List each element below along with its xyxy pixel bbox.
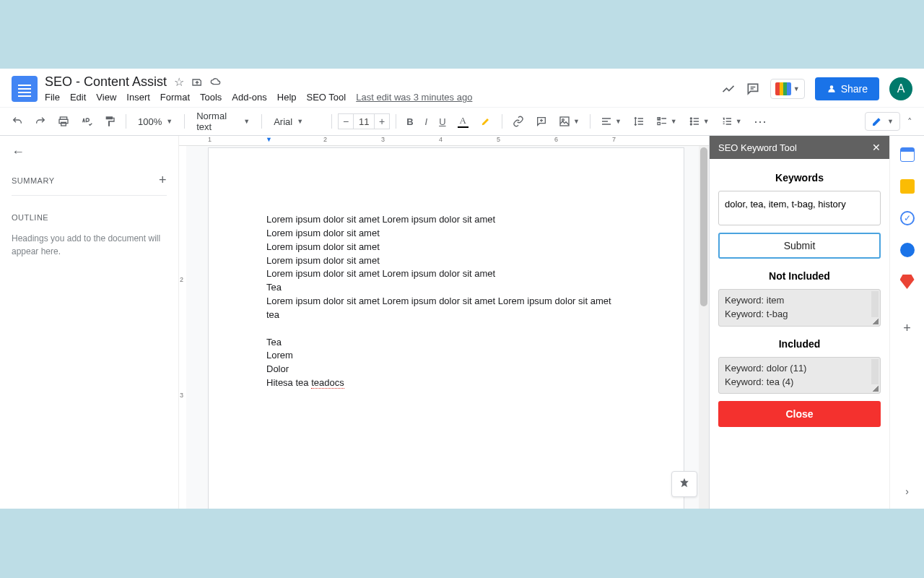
numbered-list-button[interactable]: ▼: [717, 113, 746, 130]
doc-line[interactable]: Tea: [266, 336, 626, 350]
fontsize-stepper: − 11 +: [338, 113, 390, 129]
account-avatar[interactable]: A: [889, 77, 912, 100]
bold-button[interactable]: B: [402, 113, 417, 130]
close-panel-button[interactable]: ✕: [872, 142, 881, 153]
not-included-results[interactable]: Keyword: item Keyword: t-bag: [718, 289, 881, 327]
document-canvas[interactable]: 1 ▼ 2 3 4 5 6 7 2 3 Lorem ipsum dolor si…: [179, 136, 709, 509]
insert-link-button[interactable]: [508, 113, 528, 130]
editing-mode-button[interactable]: ▼: [865, 112, 900, 131]
keywords-input[interactable]: [718, 191, 881, 225]
last-edit-link[interactable]: Last edit was 3 minutes ago: [356, 92, 472, 103]
fontsize-value[interactable]: 11: [354, 113, 374, 129]
doc-line[interactable]: Lorem ipsum dolor sit amet: [266, 227, 626, 241]
outline-back-button[interactable]: ←: [12, 144, 167, 160]
share-button[interactable]: Share: [815, 77, 879, 100]
insert-comment-button[interactable]: [531, 113, 552, 130]
submit-button[interactable]: Submit: [718, 233, 881, 259]
doc-line[interactable]: Lorem: [266, 349, 626, 363]
title-area: SEO - Content Assist ☆ File Edit View In…: [45, 74, 721, 103]
bulleted-list-button[interactable]: ▼: [684, 113, 714, 130]
included-results[interactable]: Keyword: dolor (11) Keyword: tea (4): [718, 357, 881, 394]
close-button[interactable]: Close: [718, 401, 881, 427]
italic-button[interactable]: I: [421, 113, 432, 130]
svg-point-8: [690, 124, 692, 125]
print-button[interactable]: [53, 113, 74, 130]
contacts-icon[interactable]: [900, 243, 915, 257]
tasks-icon[interactable]: ✓: [900, 211, 915, 225]
zoom-select[interactable]: 100%▼: [132, 115, 178, 129]
doc-line[interactable]: Lorem ipsum dolor sit amet: [266, 241, 626, 254]
calendar-icon[interactable]: [900, 147, 915, 162]
svg-point-7: [690, 121, 692, 122]
included-heading: Included: [718, 338, 881, 350]
move-icon[interactable]: [191, 77, 203, 88]
outline-panel: ← SUMMARY + OUTLINE Headings you add to …: [0, 136, 179, 509]
redo-button[interactable]: [30, 113, 51, 130]
style-select[interactable]: Normal text▼: [191, 109, 256, 134]
document-title[interactable]: SEO - Content Assist: [45, 74, 167, 90]
titlebar-right: ▼ Share A: [721, 77, 912, 100]
menu-insert[interactable]: Insert: [126, 92, 150, 103]
spellcheck-button[interactable]: [77, 113, 97, 130]
line-spacing-button[interactable]: [629, 113, 649, 130]
get-addons-button[interactable]: +: [903, 321, 911, 336]
main-area: ← SUMMARY + OUTLINE Headings you add to …: [0, 136, 924, 509]
star-icon[interactable]: ☆: [174, 75, 184, 89]
toolbar: 100%▼ Normal text▼ Arial▼ − 11 + B I U A…: [0, 107, 924, 136]
highlight-button[interactable]: [476, 113, 496, 130]
doc-line[interactable]: Lorem ipsum dolor sit amet Lorem ipsum d…: [266, 267, 626, 281]
menu-addons[interactable]: Add-ons: [232, 92, 266, 103]
vertical-ruler[interactable]: 2 3: [179, 146, 186, 509]
underline-button[interactable]: U: [435, 113, 450, 130]
vertical-scrollbar[interactable]: [699, 146, 709, 509]
doc-line[interactable]: Lorem ipsum dolor sit amet: [266, 254, 626, 268]
menu-seo-tool[interactable]: SEO Tool: [307, 92, 346, 103]
doc-line[interactable]: Tea: [266, 281, 626, 295]
share-label: Share: [841, 83, 868, 95]
doc-line[interactable]: Hitesa tea teadocs: [266, 376, 626, 390]
menu-tools[interactable]: Tools: [200, 92, 222, 103]
undo-button[interactable]: [7, 113, 27, 130]
maps-icon[interactable]: [900, 275, 915, 289]
menu-format[interactable]: Format: [160, 92, 190, 103]
seo-panel-title: SEO Keyword Tool: [718, 142, 797, 153]
insert-image-button[interactable]: ▼: [554, 113, 584, 130]
outline-label: OUTLINE: [12, 213, 167, 222]
add-summary-button[interactable]: +: [159, 173, 167, 188]
paint-format-button[interactable]: [100, 113, 120, 130]
comments-icon[interactable]: [746, 82, 760, 96]
result-line: Keyword: tea (4): [725, 376, 874, 389]
cloud-status-icon[interactable]: [210, 77, 222, 88]
text-color-button[interactable]: A: [453, 112, 473, 131]
docs-logo-icon[interactable]: [12, 76, 38, 102]
explore-button[interactable]: [671, 471, 697, 497]
doc-line[interactable]: Lorem ipsum dolor sit amet Lorem ipsum d…: [266, 213, 626, 227]
history-icon[interactable]: [721, 82, 736, 96]
not-included-heading: Not Included: [718, 270, 881, 282]
keep-icon[interactable]: [900, 179, 915, 194]
checklist-button[interactable]: ▼: [652, 113, 681, 130]
collapse-rail-button[interactable]: ›: [905, 486, 909, 497]
menu-edit[interactable]: Edit: [70, 92, 86, 103]
seo-keyword-panel: SEO Keyword Tool ✕ Keywords Submit Not I…: [709, 136, 889, 509]
font-select[interactable]: Arial▼: [268, 115, 326, 129]
collapse-toolbar-button[interactable]: ˄: [903, 113, 917, 130]
menu-bar: File Edit View Insert Format Tools Add-o…: [45, 92, 721, 103]
horizontal-ruler[interactable]: 1 ▼ 2 3 4 5 6 7: [179, 136, 709, 146]
doc-line[interactable]: [266, 322, 626, 336]
menu-view[interactable]: View: [96, 92, 116, 103]
result-line: Keyword: item: [725, 294, 874, 308]
meet-button[interactable]: ▼: [770, 79, 805, 99]
menu-help[interactable]: Help: [277, 92, 297, 103]
chevron-down-icon: ▼: [793, 85, 800, 92]
svg-point-6: [690, 118, 692, 119]
doc-line[interactable]: Lorem ipsum dolor sit amet Lorem ipsum d…: [266, 295, 626, 322]
menu-file[interactable]: File: [45, 92, 60, 103]
fontsize-increase[interactable]: +: [374, 113, 390, 129]
document-page[interactable]: Lorem ipsum dolor sit amet Lorem ipsum d…: [208, 147, 684, 509]
fontsize-decrease[interactable]: −: [338, 113, 354, 129]
more-tools-button[interactable]: ⋯: [749, 111, 772, 132]
doc-line[interactable]: Dolor: [266, 363, 626, 376]
meet-icon: [775, 82, 791, 95]
align-button[interactable]: ▼: [596, 113, 626, 130]
